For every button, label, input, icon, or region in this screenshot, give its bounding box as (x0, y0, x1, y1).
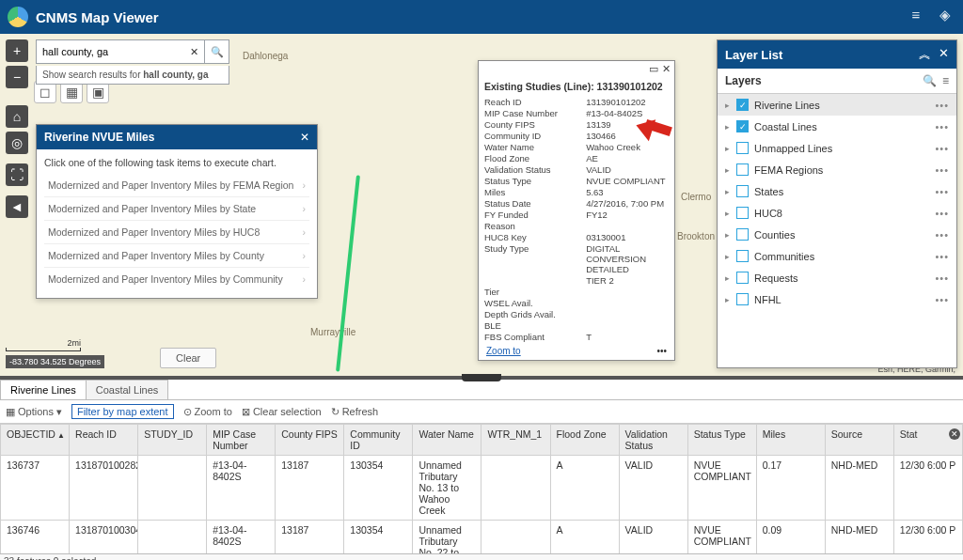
table-status: 33 features 0 selected (0, 553, 963, 560)
layers-icon[interactable]: ◈ (935, 7, 955, 27)
map-label: Dahlonega (243, 51, 288, 61)
close-icon[interactable]: ✕ (939, 46, 949, 63)
layer-row[interactable]: ▸✓Riverine Lines••• (718, 94, 956, 116)
options-button[interactable]: ▦ Options ▾ (6, 406, 62, 418)
search-hint-term: hall county, ga (143, 70, 208, 80)
nvue-item[interactable]: Modernized and Paper Inventory Miles by … (44, 243, 309, 267)
coords-readout: -83.780 34.525 Degrees (6, 355, 104, 368)
more-icon[interactable]: ••• (935, 121, 949, 132)
more-icon[interactable]: ••• (935, 186, 949, 197)
zoom-in-button[interactable]: + (6, 39, 28, 62)
column-header[interactable]: STUDY_ID (138, 425, 207, 456)
home-button[interactable]: ⌂ (6, 105, 28, 128)
column-header[interactable]: Miles (756, 425, 825, 456)
column-header[interactable]: Status Type (687, 425, 756, 456)
layer-row[interactable]: ▸HUC8••• (718, 202, 956, 224)
checkbox-icon[interactable]: ✓ (736, 120, 749, 132)
selected-reach-line (336, 175, 360, 371)
table-row[interactable]: 136746131870100304#13-04-8402S1318713035… (1, 521, 963, 554)
fullscreen-button[interactable]: ⛶ (6, 163, 28, 186)
more-icon[interactable]: ••• (935, 100, 949, 111)
more-icon[interactable]: ••• (935, 143, 949, 154)
more-icon[interactable]: ••• (935, 164, 949, 176)
list-icon[interactable]: ≡ (906, 7, 926, 27)
search-box[interactable]: ✕ (36, 39, 205, 64)
column-header[interactable]: Validation Status (619, 425, 687, 456)
search-icon[interactable]: 🔍 (923, 74, 937, 87)
dock-icon[interactable]: ▭ (649, 63, 658, 75)
map-area[interactable]: Dahlonega Murrayville Clermo Brookton Es… (0, 34, 963, 376)
zoom-to-link[interactable]: Zoom to (486, 346, 521, 356)
close-icon[interactable]: ✕ (662, 63, 671, 75)
checkbox-icon[interactable] (736, 185, 749, 197)
column-header[interactable]: WTR_NM_1 (482, 425, 550, 456)
checkbox-icon[interactable] (736, 163, 749, 176)
checkbox-icon[interactable] (736, 272, 749, 284)
zoom-out-button[interactable]: − (6, 66, 28, 88)
column-header[interactable]: Reach ID (70, 425, 138, 456)
search-input[interactable] (42, 46, 190, 57)
nvue-item[interactable]: Modernized and Paper Inventory Miles by … (44, 220, 309, 243)
splitter[interactable] (0, 376, 963, 380)
back-button[interactable]: ◄ (6, 195, 28, 218)
feature-popup: ▭ ✕ Existing Studies (Line): 13139010120… (478, 60, 675, 361)
layer-row[interactable]: ▸Requests••• (718, 267, 956, 288)
tab-riverine[interactable]: Riverine Lines (0, 380, 87, 399)
column-header[interactable]: MIP Case Number (207, 425, 276, 456)
map-tool-column: + − ⌂ ◎ ⛶ ◄ (6, 39, 28, 218)
close-columns-icon[interactable]: ✕ (949, 428, 960, 440)
checkbox-icon[interactable]: ✓ (736, 99, 749, 111)
search-suggestion[interactable]: Show search results for hall county, ga (36, 66, 229, 85)
popup-more-icon[interactable]: ••• (656, 346, 667, 356)
zoom-to-button[interactable]: ⊙ Zoom to (183, 406, 232, 418)
more-icon[interactable]: ••• (935, 229, 949, 241)
menu-icon[interactable]: ≡ (942, 74, 949, 87)
column-header[interactable]: Community ID (344, 425, 413, 456)
locate-button[interactable]: ◎ (6, 132, 28, 154)
layers-label: Layers (725, 74, 762, 87)
more-icon[interactable]: ••• (935, 208, 949, 219)
layer-row[interactable]: ▸States••• (718, 180, 956, 202)
more-icon[interactable]: ••• (935, 294, 949, 305)
nvue-header[interactable]: Riverine NVUE Miles ✕ (37, 125, 317, 149)
table-toolbar: ▦ Options ▾ Filter by map extent ⊙ Zoom … (0, 400, 963, 424)
checkbox-icon[interactable] (736, 142, 749, 154)
clear-button[interactable]: Clear (160, 348, 216, 368)
column-header[interactable]: OBJECTID▲ (1, 425, 70, 456)
layer-row[interactable]: ▸Communities••• (718, 245, 956, 267)
column-header[interactable]: County FIPS (276, 425, 344, 456)
table-row[interactable]: 136737131870100282#13-04-8402S1318713035… (1, 456, 963, 521)
column-header[interactable]: Flood Zone (550, 425, 619, 456)
layer-row[interactable]: ▸FEMA Regions••• (718, 159, 956, 180)
attribute-table[interactable]: OBJECTID▲Reach IDSTUDY_IDMIP Case Number… (0, 424, 963, 553)
nvue-item[interactable]: Modernized and Paper Inventory Miles by … (44, 267, 309, 290)
more-icon[interactable]: ••• (935, 251, 949, 262)
layer-row[interactable]: ▸Counties••• (718, 224, 956, 245)
layer-list-title: Layer List (725, 48, 782, 62)
refresh-button[interactable]: ↻ Refresh (331, 406, 379, 418)
tab-coastal[interactable]: Coastal Lines (86, 380, 169, 399)
layer-list-header[interactable]: Layer List ︽ ✕ (718, 40, 956, 69)
column-header[interactable]: Stat✕ (893, 425, 962, 456)
checkbox-icon[interactable] (736, 207, 749, 219)
checkbox-icon[interactable] (736, 228, 749, 241)
checkbox-icon[interactable] (736, 293, 749, 305)
clear-selection-button[interactable]: ⊠ Clear selection (242, 406, 322, 418)
clear-icon[interactable]: ✕ (190, 46, 198, 58)
layer-row[interactable]: ▸✓Coastal Lines••• (718, 116, 956, 137)
layer-row[interactable]: ▸NFHL••• (718, 288, 956, 310)
layer-row[interactable]: ▸Unmapped Lines••• (718, 137, 956, 159)
checkbox-icon[interactable] (736, 250, 749, 262)
nvue-item[interactable]: Modernized and Paper Inventory Miles by … (44, 174, 309, 196)
grip-icon[interactable] (462, 374, 501, 381)
nvue-item[interactable]: Modernized and Paper Inventory Miles by … (44, 196, 309, 220)
collapse-icon[interactable]: ︽ (919, 46, 931, 63)
search-button[interactable]: 🔍 (205, 39, 229, 64)
close-icon[interactable]: ✕ (300, 131, 309, 144)
column-header[interactable]: Water Name (413, 425, 482, 456)
filter-extent-button[interactable]: Filter by map extent (71, 404, 174, 419)
more-icon[interactable]: ••• (935, 272, 949, 284)
table-tabs: Riverine Lines Coastal Lines (0, 380, 963, 400)
column-header[interactable]: Source (825, 425, 893, 456)
layer-list-subheader: Layers 🔍 ≡ (718, 69, 956, 94)
